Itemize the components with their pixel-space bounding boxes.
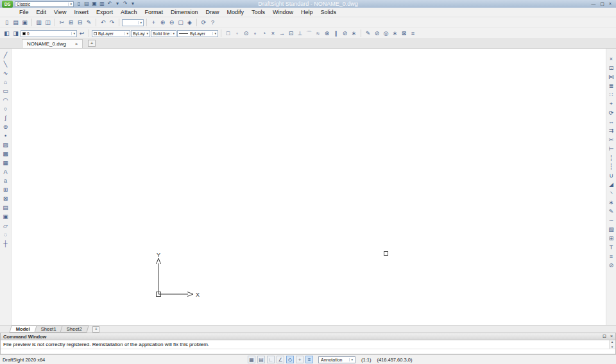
- menu-help[interactable]: Help: [297, 8, 317, 17]
- lineweight-icon[interactable]: ≡: [305, 356, 313, 363]
- close-button[interactable]: ×: [609, 1, 612, 6]
- esnap-perpendicular-icon[interactable]: ⊥: [296, 29, 304, 38]
- open-file-icon[interactable]: ▤: [12, 19, 20, 27]
- menu-export[interactable]: Export: [92, 8, 117, 17]
- line-tool-icon[interactable]: ╱: [1, 51, 10, 60]
- esnap-tangent-icon[interactable]: ⌒: [305, 29, 313, 38]
- chamfer-tool-icon[interactable]: ◢: [607, 181, 616, 189]
- esnap-endpoint-icon[interactable]: □: [224, 29, 232, 38]
- weld-tool-icon[interactable]: ∪: [607, 172, 616, 180]
- redo-icon[interactable]: ↷: [122, 1, 128, 6]
- circle-tool-icon[interactable]: ○: [1, 105, 10, 113]
- new-sheet-button[interactable]: +: [92, 326, 99, 333]
- esnap-apparent-intersection-icon[interactable]: ⊗: [323, 29, 331, 38]
- undo-menu-icon[interactable]: ▾: [114, 1, 121, 6]
- ortho-icon[interactable]: ∟: [267, 356, 275, 363]
- format-painter-icon[interactable]: ✎: [85, 19, 93, 27]
- esnap-settings-icon[interactable]: ∗: [350, 29, 358, 38]
- edit-hatch-tool-icon[interactable]: ▧: [607, 226, 616, 234]
- command-input[interactable]: [1, 349, 615, 354]
- layer-settings-icon[interactable]: ≡: [409, 29, 417, 38]
- lock-layer-icon[interactable]: ⊠: [400, 29, 408, 38]
- hatch-tool-icon[interactable]: ▨: [1, 141, 10, 149]
- move-tool-icon[interactable]: +: [607, 100, 616, 108]
- menu-tools[interactable]: Tools: [248, 8, 269, 17]
- explode-tool-icon[interactable]: ∗: [607, 199, 616, 207]
- float-panel-icon[interactable]: ⊡: [603, 334, 606, 339]
- layer-previous-icon[interactable]: ↩: [78, 29, 86, 38]
- discard-duplicates-tool-icon[interactable]: ⊘: [607, 261, 616, 270]
- refresh-icon[interactable]: ⟳: [200, 19, 208, 27]
- copy-icon[interactable]: ⊞: [67, 19, 75, 27]
- zoom-fit-icon[interactable]: ◈: [185, 19, 194, 27]
- polyline-tool-icon[interactable]: ∿: [1, 69, 10, 78]
- print-icon[interactable]: ▥: [99, 1, 105, 6]
- pattern-tool-icon[interactable]: ∷: [607, 91, 616, 99]
- hide-layer-icon[interactable]: ⊘: [373, 29, 381, 38]
- menu-solids[interactable]: Solids: [317, 8, 341, 17]
- ellipse-tool-icon[interactable]: ⊜: [1, 123, 10, 131]
- drawing-canvas[interactable]: Y X: [12, 49, 606, 325]
- open-file-icon[interactable]: ▤: [83, 1, 90, 6]
- freeze-layer-icon[interactable]: ∗: [391, 29, 399, 38]
- maximize-button[interactable]: ▢: [600, 1, 604, 6]
- save-icon[interactable]: ▣: [91, 1, 98, 6]
- menu-draw[interactable]: Draw: [201, 8, 223, 17]
- erase-tool-icon[interactable]: ×: [607, 55, 616, 63]
- esnap-extension-icon[interactable]: →: [278, 29, 286, 38]
- menu-insert[interactable]: Insert: [70, 8, 92, 17]
- save-icon[interactable]: ▣: [21, 19, 29, 27]
- zoom-in-icon[interactable]: ⊕: [158, 19, 167, 27]
- break-tool-icon[interactable]: ¦: [607, 154, 616, 162]
- close-panel-icon[interactable]: ×: [610, 334, 613, 339]
- new-document-tab-button[interactable]: +: [88, 40, 96, 47]
- esnap-clear-icon[interactable]: ⊘: [341, 29, 349, 38]
- menu-file[interactable]: File: [15, 8, 33, 17]
- properties-painter-icon[interactable]: ✎: [364, 29, 372, 38]
- zoom-window-icon[interactable]: ▢: [176, 19, 185, 27]
- redo-icon[interactable]: ↷: [108, 19, 116, 27]
- polar-icon[interactable]: ∠: [277, 356, 284, 363]
- edit-spline-tool-icon[interactable]: ∼: [607, 217, 616, 225]
- make-block-tool-icon[interactable]: ⊠: [1, 195, 10, 203]
- snap-icon[interactable]: ▦: [248, 356, 255, 363]
- line-pattern-combo[interactable]: ByLayer▾: [177, 30, 218, 37]
- command-scrollbar[interactable]: ▲ ▼: [609, 340, 615, 349]
- attach-drawing-tool-icon[interactable]: ▤: [1, 204, 10, 212]
- layer-combo[interactable]: 0▾: [21, 30, 77, 37]
- edit-polyline-tool-icon[interactable]: ✎: [607, 208, 616, 216]
- help-icon[interactable]: ?: [209, 19, 217, 27]
- wipeout-tool-icon[interactable]: ▱: [1, 222, 10, 230]
- menu-window[interactable]: Window: [269, 8, 297, 17]
- extend-tool-icon[interactable]: ⊢: [607, 145, 616, 153]
- esnap-icon[interactable]: ◇: [286, 356, 294, 363]
- esnap-intersection-icon[interactable]: ×: [269, 29, 277, 38]
- stretch-tool-icon[interactable]: ⇉: [607, 127, 616, 135]
- edit-annotation-tool-icon[interactable]: T: [607, 244, 616, 252]
- point-tool-icon[interactable]: •: [1, 132, 10, 140]
- esnap-quadrant-icon[interactable]: ◔: [260, 29, 268, 38]
- close-icon[interactable]: ×: [75, 42, 78, 46]
- note-tool-icon[interactable]: A: [1, 168, 10, 176]
- scale-tool-icon[interactable]: ↔: [607, 118, 616, 126]
- rectangle-tool-icon[interactable]: ▭: [1, 87, 10, 95]
- centerline-tool-icon[interactable]: ┼: [1, 240, 10, 248]
- new-file-icon[interactable]: ▯: [3, 19, 11, 27]
- scroll-up-icon[interactable]: ▲: [611, 340, 613, 343]
- revision-cloud-tool-icon[interactable]: ◌: [1, 231, 10, 239]
- menu-attach[interactable]: Attach: [117, 8, 141, 17]
- workspace-combo[interactable]: Classic ▾: [15, 1, 74, 7]
- undo-icon[interactable]: ↶: [107, 1, 113, 6]
- scroll-down-icon[interactable]: ▼: [611, 345, 613, 349]
- menu-modify[interactable]: Modify: [223, 8, 248, 17]
- mirror-tool-icon[interactable]: ⋈: [607, 73, 616, 81]
- pan-icon[interactable]: +: [150, 19, 158, 27]
- isolate-layer-icon[interactable]: ◎: [382, 29, 390, 38]
- menu-format[interactable]: Format: [141, 8, 167, 17]
- sheet-tab-sheet2[interactable]: Sheet2: [60, 326, 89, 333]
- undo-icon[interactable]: ↶: [99, 19, 107, 27]
- command-window-header[interactable]: Command Window ⊡ ×: [1, 333, 615, 340]
- print-icon[interactable]: ▥: [35, 19, 43, 27]
- menu-edit[interactable]: Edit: [33, 8, 51, 17]
- esnap-parallel-icon[interactable]: ∥: [332, 29, 340, 38]
